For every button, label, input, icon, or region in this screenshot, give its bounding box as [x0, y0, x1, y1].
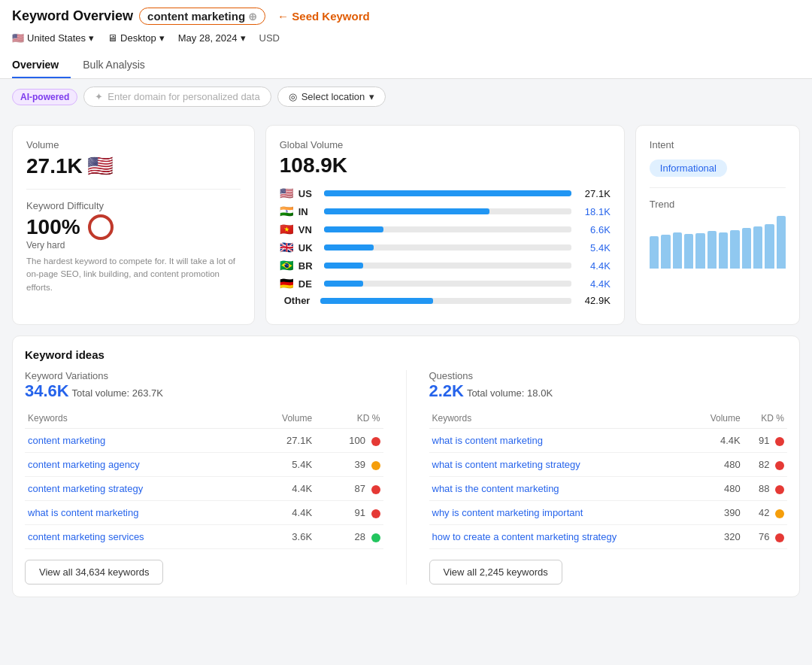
- ai-badge: AI-powered: [12, 89, 77, 105]
- trend-bar: [661, 235, 670, 269]
- date-label: May 28, 2024: [178, 32, 238, 44]
- trend-bar: [695, 233, 704, 269]
- trend-chart: [650, 216, 786, 269]
- table-row: what is content marketing 4.4K 91: [429, 429, 788, 453]
- trend-bar: [707, 231, 717, 269]
- country-value: 27.1K: [580, 188, 611, 199]
- kd-dot: [371, 437, 380, 446]
- toolbar: AI-powered ✦ Enter domain for personaliz…: [0, 79, 812, 114]
- keyword-kd: 91: [744, 429, 787, 453]
- country-flag: 🇺🇸: [280, 187, 294, 200]
- domain-input[interactable]: ✦ Enter domain for personalized data: [83, 87, 271, 107]
- questions-col: Questions 2.2K Total volume: 18.0K Keywo…: [429, 370, 788, 585]
- keyword-link[interactable]: what is content marketing: [28, 507, 138, 518]
- ideas-title: Keyword ideas: [25, 348, 787, 361]
- keyword-link[interactable]: content marketing agency: [28, 459, 140, 470]
- view-all-questions-button[interactable]: View all 2,245 keywords: [429, 560, 562, 585]
- keyword-pill[interactable]: content marketing ⊕: [139, 8, 265, 25]
- kd-dot: [371, 533, 380, 542]
- view-all-variations-button[interactable]: View all 34,634 keywords: [25, 560, 163, 585]
- location-selector[interactable]: 🇺🇸 United States ▾: [12, 32, 94, 44]
- keyword-volume: 480: [693, 453, 744, 477]
- keyword-link[interactable]: what is content marketing strategy: [432, 459, 580, 470]
- country-bar-bg: [324, 190, 571, 196]
- keyword-link[interactable]: content marketing: [28, 435, 105, 446]
- country-value: 5.4K: [580, 242, 611, 254]
- country-row: 🇧🇷 BR 4.4K: [280, 259, 611, 272]
- kd-description: The hardest keyword to compete for. It w…: [26, 255, 241, 294]
- keyword-link[interactable]: how to create a content marketing strate…: [432, 531, 617, 542]
- country-bar-fill: [320, 298, 433, 304]
- table-row: what is content marketing strategy 480 8…: [429, 453, 788, 477]
- volume-value: 27.1K 🇺🇸: [26, 153, 241, 178]
- date-selector[interactable]: May 28, 2024 ▾: [178, 32, 246, 44]
- variations-total: Total volume: 263.7K: [72, 387, 163, 399]
- keyword-volume: 3.6K: [249, 525, 315, 549]
- country-bar-fill: [324, 190, 571, 196]
- trend-bar: [650, 236, 659, 269]
- country-bar-fill: [324, 281, 364, 287]
- kd-dot: [775, 509, 784, 518]
- kd-dot: [775, 461, 784, 470]
- trend-label: Trend: [650, 199, 786, 210]
- global-value: 108.9K: [280, 153, 611, 178]
- country-bar-bg: [324, 226, 571, 232]
- device-selector[interactable]: 🖥 Desktop ▾: [108, 32, 165, 44]
- table-row: why is content marketing important 390 4…: [429, 501, 788, 525]
- table-row: what is the content marketing 480 88: [429, 477, 788, 501]
- keyword-kd: 39: [315, 453, 383, 477]
- variations-col-kw: Keywords: [25, 408, 249, 429]
- table-row: content marketing 27.1K 100: [25, 429, 383, 453]
- country-row: 🇬🇧 UK 5.4K: [280, 241, 611, 254]
- country-bar-fill: [324, 226, 383, 232]
- questions-table: Keywords Volume KD % what is content mar…: [429, 408, 788, 549]
- keyword-link[interactable]: what is content marketing: [432, 435, 543, 446]
- domain-placeholder: Enter domain for personalized data: [108, 91, 259, 102]
- country-row: 🇻🇳 VN 6.6K: [280, 223, 611, 236]
- kd-dot: [371, 485, 380, 494]
- divider: [406, 370, 407, 585]
- country-bar-fill: [324, 244, 374, 251]
- country-code: IN: [298, 206, 315, 217]
- country-code: VN: [298, 224, 315, 235]
- sparkle-icon: ✦: [95, 91, 103, 102]
- trend-bar: [777, 216, 786, 269]
- trend-bar: [684, 234, 693, 269]
- kd-dot: [371, 461, 380, 470]
- kd-dot: [775, 437, 784, 446]
- keyword-link[interactable]: why is content marketing important: [432, 507, 583, 518]
- kd-level: Very hard: [26, 240, 241, 251]
- variations-table: Keywords Volume KD % content marketing 2…: [25, 408, 383, 549]
- keyword-volume: 4.4K: [249, 501, 315, 525]
- location-btn[interactable]: ◎ Select location ▾: [277, 87, 386, 107]
- variations-count: 34.6K: [25, 381, 69, 400]
- device-label: Desktop: [120, 32, 156, 44]
- variations-col: Keyword Variations 34.6K Total volume: 2…: [25, 370, 383, 585]
- questions-col-vol: Volume: [693, 408, 744, 429]
- kd-label: Keyword Difficulty: [26, 200, 241, 211]
- country-bar-fill: [324, 208, 489, 214]
- country-bar-bg: [320, 298, 571, 304]
- questions-col-kd: KD %: [744, 408, 787, 429]
- tab-bulk-analysis[interactable]: Bulk Analysis: [83, 53, 156, 78]
- keyword-kd: 100: [315, 429, 383, 453]
- keyword-link[interactable]: content marketing services: [28, 531, 144, 542]
- location-btn-chevron: ▾: [369, 91, 374, 102]
- currency-label: USD: [259, 32, 280, 44]
- volume-kd-card: Volume 27.1K 🇺🇸 Keyword Difficulty 100% …: [12, 125, 255, 325]
- trend-bar: [765, 224, 774, 269]
- country-value: 4.4K: [580, 278, 611, 290]
- keyword-text: content marketing: [147, 10, 245, 23]
- country-flag: 🇩🇪: [280, 277, 294, 290]
- questions-col-kw: Keywords: [429, 408, 694, 429]
- keyword-link[interactable]: what is the content marketing: [432, 483, 559, 494]
- keyword-volume: 390: [693, 501, 744, 525]
- page-title: Keyword Overview: [12, 8, 133, 24]
- country-bar-bg: [324, 263, 571, 269]
- tab-overview[interactable]: Overview: [12, 53, 71, 78]
- country-value: 18.1K: [580, 206, 611, 217]
- country-code: Other: [284, 295, 311, 306]
- tab-bar: Overview Bulk Analysis: [12, 53, 800, 78]
- keyword-link[interactable]: content marketing strategy: [28, 483, 143, 494]
- country-row: Other 42.9K: [280, 295, 611, 306]
